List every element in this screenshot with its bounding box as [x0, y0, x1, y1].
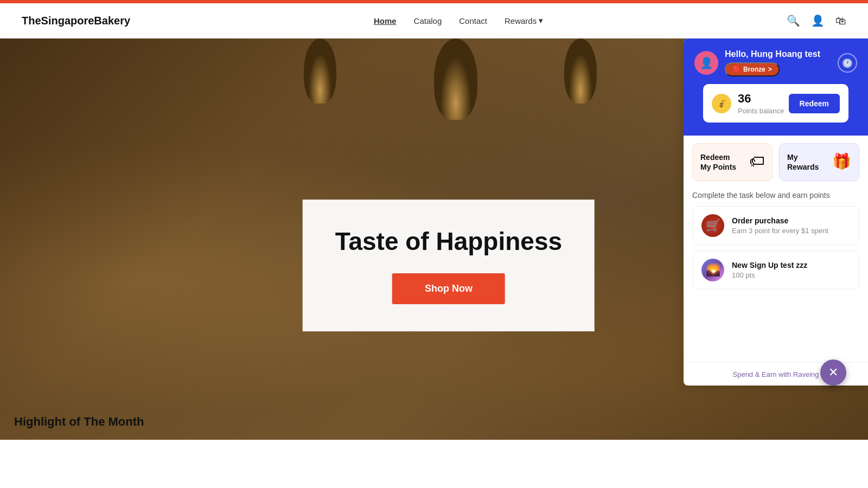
my-rewards-label: MyRewards: [787, 152, 819, 172]
my-rewards-card[interactable]: MyRewards 🎁: [779, 143, 859, 181]
user-name: Hello, Hung Hoang test: [725, 49, 820, 59]
coin-icon: 💰: [716, 98, 727, 110]
close-fab-button[interactable]: ✕: [820, 359, 846, 386]
task-order-desc: Earn 3 point for every $1 spent: [732, 227, 828, 235]
avatar-icon: 👤: [700, 56, 713, 69]
header: TheSingaporeBakery Home Catalog Contact …: [0, 3, 868, 38]
rewards-user: 👤 Hello, Hung Hoang test 🔴 Bronze >: [694, 49, 820, 76]
hero-title: Taste of Happiness: [335, 227, 562, 256]
rewards-header: 👤 Hello, Hung Hoang test 🔴 Bronze > 🕐: [684, 38, 868, 136]
history-icon: 🕐: [842, 58, 853, 68]
nav-catalog[interactable]: Catalog: [414, 16, 442, 25]
points-number: 36: [738, 92, 784, 106]
task-signup-icon: 🌄: [701, 259, 724, 281]
lamp-decoration-1: [304, 38, 336, 104]
task-order-purchase[interactable]: 🛒 Order purchase Earn 3 point for every …: [692, 206, 859, 245]
tier-badge[interactable]: 🔴 Bronze >: [725, 62, 780, 76]
redeem-button[interactable]: Redeem: [789, 94, 840, 113]
task-order-name: Order purchase: [732, 216, 828, 225]
points-info: 36 Points balance: [738, 92, 784, 115]
task-order-icon: 🛒: [701, 214, 724, 237]
account-icon[interactable]: 👤: [811, 14, 825, 27]
nav-home[interactable]: Home: [374, 16, 397, 25]
points-balance-card: 💰 36 Points balance Redeem: [703, 84, 848, 123]
avatar: 👤: [694, 51, 718, 75]
rewards-panel: 👤 Hello, Hung Hoang test 🔴 Bronze > 🕐: [684, 38, 868, 386]
close-icon: ✕: [828, 365, 838, 380]
task-signup[interactable]: 🌄 New Sign Up test zzz 100 pts: [692, 251, 859, 290]
earn-section: Complete the task below and earn points …: [684, 189, 868, 362]
chevron-down-icon: ▾: [539, 16, 543, 25]
rewards-header-top: 👤 Hello, Hung Hoang test 🔴 Bronze > 🕐: [694, 49, 857, 76]
history-button[interactable]: 🕐: [838, 53, 857, 73]
hero-content-box: Taste of Happiness Shop Now: [303, 200, 595, 331]
header-icons: 🔍 👤 🛍: [787, 14, 846, 27]
redeem-my-points-card[interactable]: RedeemMy Points 🏷: [692, 143, 773, 181]
nav-contact[interactable]: Contact: [459, 16, 487, 25]
redeem-points-label: RedeemMy Points: [700, 152, 736, 172]
action-cards: RedeemMy Points 🏷 MyRewards 🎁: [684, 136, 868, 189]
redeem-points-icon: 🏷: [749, 152, 764, 170]
user-info: Hello, Hung Hoang test 🔴 Bronze >: [725, 49, 820, 76]
nav: Home Catalog Contact Rewards ▾: [374, 16, 543, 25]
shop-now-button[interactable]: Shop Now: [392, 273, 505, 304]
task-signup-desc: 100 pts: [732, 271, 807, 279]
highlight-text: Highlight of The Month: [14, 415, 144, 429]
task-order-info: Order purchase Earn 3 point for every $1…: [732, 216, 828, 235]
my-rewards-icon: 🎁: [832, 152, 851, 170]
hero: Taste of Happiness Shop Now 👤 Hello, Hun…: [0, 38, 868, 440]
points-left: 💰 36 Points balance: [712, 92, 784, 115]
cart-icon[interactable]: 🛍: [835, 15, 846, 27]
task-signup-info: New Sign Up test zzz 100 pts: [732, 261, 807, 279]
tier-label: Bronze: [743, 66, 765, 73]
logo[interactable]: TheSingaporeBakery: [22, 15, 130, 27]
task-signup-name: New Sign Up test zzz: [732, 261, 807, 269]
lamp-decoration-3: [564, 38, 597, 104]
tier-icon: 🔴: [732, 66, 741, 73]
points-label: Points balance: [738, 107, 784, 115]
search-icon[interactable]: 🔍: [787, 14, 800, 27]
spend-earn-link[interactable]: Spend & Earn with Raveing: [733, 370, 819, 378]
points-icon: 💰: [712, 94, 731, 113]
earn-title: Complete the task below and earn points: [692, 191, 859, 200]
lamp-decoration-2: [434, 38, 477, 120]
nav-rewards[interactable]: Rewards ▾: [505, 16, 543, 25]
tier-arrow-icon: >: [768, 66, 772, 73]
